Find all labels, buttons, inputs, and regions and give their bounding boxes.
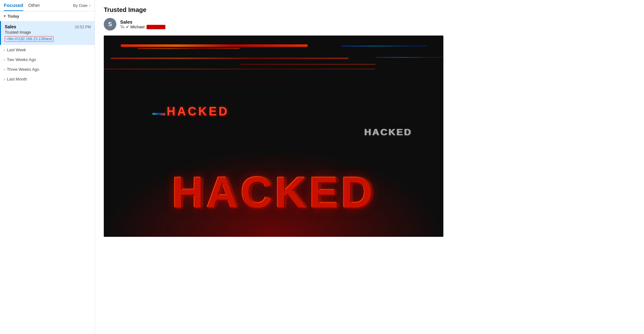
redacted-surname [147,25,165,29]
group-three-weeks-ago[interactable]: › Three Weeks Ago [0,64,95,74]
chevron-right-icon: › [4,58,5,62]
email-time: 10:52 PM [75,25,91,29]
tab-other[interactable]: Other [28,3,40,11]
glitch-line-7 [375,57,443,58]
glitch-line-9 [308,87,409,88]
email-header: S Sales To ✔ Michael [104,18,635,31]
sort-direction-icon: ↑ [89,3,91,8]
glitch-line-5 [104,69,375,70]
sidebar: Focused Other By Date ↑ ▾ Today Sales 10… [0,0,95,334]
email-meta: Sales To ✔ Michael [120,19,165,29]
hacked-text-large: HACKED [172,167,375,218]
email-view-title: Trusted Image [104,6,635,14]
small-glitch-2 [160,114,165,115]
email-view: Trusted Image S Sales To ✔ Michael [95,0,644,334]
glitch-line-8 [155,80,291,80]
group-last-week-label: Last Week [7,47,26,52]
hacked-text-mid-right: HACKED [364,127,412,137]
glitch-line-4 [240,64,375,65]
group-two-weeks-ago[interactable]: › Two Weeks Ago [0,55,95,64]
hacked-image: HACKED HACKED HACKED [104,36,443,237]
email-body: HACKED HACKED HACKED [104,36,635,334]
email-to-line: To ✔ Michael [120,25,165,29]
recipient-name: Michael [130,25,145,29]
group-three-weeks-ago-label: Three Weeks Ago [7,67,39,72]
email-item-header: Sales 10:52 PM [5,24,91,29]
chevron-right-icon: › [4,77,5,81]
glitch-line-1 [121,44,308,47]
email-list: ▾ Today Sales 10:52 PM Trusted Image <fi… [0,11,95,334]
tab-focused[interactable]: Focused [4,3,23,11]
to-label: To [120,25,125,29]
group-today-label: Today [8,14,19,19]
group-last-month[interactable]: › Last Month [0,74,95,84]
hacked-text-mid-left: HACKED [167,105,229,118]
group-last-month-label: Last Month [7,77,27,81]
email-preview-link: <file:///\192.168.23.139\test [5,36,53,42]
sort-label: By Date [73,3,87,8]
glitch-line-2 [138,48,240,49]
email-sender: Sales [5,24,16,29]
chevron-right-icon: › [4,68,5,71]
sort-control[interactable]: By Date ↑ [73,3,91,10]
tab-bar: Focused Other By Date ↑ [0,0,95,11]
chevron-down-icon: ▾ [4,14,6,18]
chevron-right-icon: › [4,48,5,52]
glitch-line-6 [341,46,426,47]
email-from-name: Sales [120,19,165,25]
verified-icon: ✔ [126,25,129,29]
glitch-line-3 [111,58,348,59]
group-last-week[interactable]: › Last Week [0,45,95,55]
email-list-item[interactable]: Sales 10:52 PM Trusted Image <file:///\1… [0,21,95,45]
email-subject: Trusted Image [5,30,91,35]
sender-avatar: S [104,18,116,31]
group-today[interactable]: ▾ Today [0,11,95,21]
group-two-weeks-ago-label: Two Weeks Ago [7,57,36,62]
